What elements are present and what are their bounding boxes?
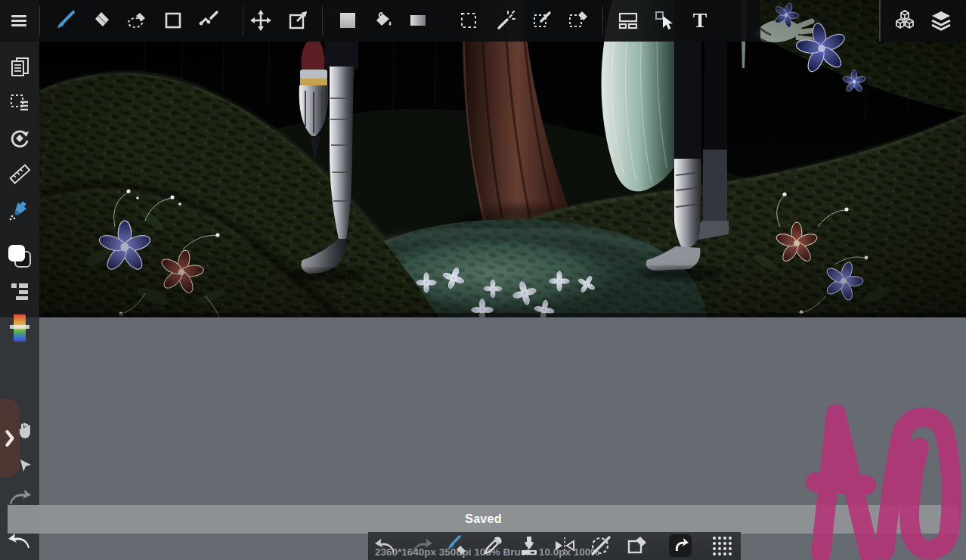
- select-rect-icon: [458, 10, 479, 31]
- text-tool-icon: T: [693, 10, 707, 31]
- selection-menu-button[interactable]: [0, 88, 39, 118]
- pages-icon: [8, 55, 31, 78]
- transform-tool-button[interactable]: [283, 5, 314, 36]
- flip-horizontal-button[interactable]: [550, 533, 580, 558]
- select-pen-icon: [531, 9, 554, 32]
- canvas-artwork[interactable]: [39, 0, 966, 317]
- color-bar-button[interactable]: [0, 311, 39, 345]
- polyline-icon: [198, 9, 221, 32]
- ruler-icon: [8, 162, 31, 185]
- artstreet-watermark-logo: [801, 393, 966, 560]
- text-tool-button[interactable]: T: [685, 5, 715, 36]
- rectangle-tool-button[interactable]: [158, 5, 188, 36]
- drag-dots-icon: [711, 534, 733, 557]
- brush-icon: [54, 9, 76, 32]
- hamburger-icon: [8, 10, 29, 31]
- rotate-reset-icon: [8, 127, 31, 150]
- save-download-icon: [519, 534, 540, 557]
- eyedropper-icon: [482, 535, 503, 556]
- select-rect-tool-button[interactable]: [454, 5, 484, 36]
- brush-list-button[interactable]: [0, 275, 39, 305]
- flip-horizontal-icon: [553, 536, 577, 555]
- rotate-off-icon: [590, 534, 612, 557]
- gradient-tool-button[interactable]: [403, 5, 433, 36]
- brush-list-icon: [8, 279, 31, 302]
- toast-text: Saved: [465, 512, 502, 526]
- clear-button[interactable]: [622, 533, 652, 558]
- redo-button[interactable]: [407, 533, 437, 558]
- lasso-eraser-icon: [125, 9, 148, 32]
- ruler-button[interactable]: [0, 159, 39, 189]
- layers-button[interactable]: [926, 5, 956, 36]
- select-eraser-icon: [567, 9, 590, 32]
- polyline-tool-button[interactable]: [194, 5, 224, 36]
- magic-wand-tool-button[interactable]: [491, 5, 522, 36]
- fg-bg-color-swatch-icon: [6, 243, 33, 270]
- split-view-button[interactable]: [613, 5, 643, 36]
- split-view-icon: [617, 9, 639, 32]
- transform-icon: [287, 9, 310, 32]
- rotate-reset-button[interactable]: [0, 123, 39, 153]
- drawer-handle[interactable]: [0, 399, 20, 478]
- select-pen-tool-button[interactable]: [528, 5, 558, 36]
- airbrush-icon: [8, 197, 32, 221]
- left-sidebar: [0, 42, 39, 560]
- drag-handle[interactable]: [707, 533, 737, 558]
- brush-eraser-toggle-button[interactable]: [442, 533, 472, 558]
- top-toolbar: T: [0, 0, 760, 42]
- color-swatch-button[interactable]: [0, 239, 39, 274]
- undo-button[interactable]: [370, 533, 401, 558]
- select-eraser-tool-button[interactable]: [563, 5, 593, 36]
- transform-mode-icon: [668, 534, 692, 558]
- rotate-off-button[interactable]: [586, 533, 616, 558]
- rectangle-icon: [163, 10, 184, 31]
- magic-wand-icon: [495, 9, 518, 32]
- top-toolbar-right: [879, 0, 966, 42]
- eyedropper-button[interactable]: [478, 533, 508, 558]
- menu-button[interactable]: [4, 5, 34, 36]
- redo-icon: [410, 537, 434, 555]
- color-bar-icon: [7, 313, 33, 343]
- undo-arrow-icon: [7, 531, 33, 551]
- eraser-icon: [90, 10, 111, 31]
- transform-mode-button[interactable]: [665, 533, 695, 558]
- select-move-button[interactable]: [649, 5, 680, 36]
- bottom-toolbar: 2360*1640px 350dpi 103% Brush: 10.0px 10…: [368, 532, 741, 560]
- save-button[interactable]: [514, 533, 544, 558]
- select-move-cursor-icon: [653, 9, 676, 32]
- selection-menu-icon: [8, 91, 31, 114]
- eraser-tool-button[interactable]: [85, 5, 116, 36]
- gradient-icon: [407, 10, 429, 31]
- layers-icon: [929, 8, 953, 32]
- move-tool-button[interactable]: [246, 5, 276, 36]
- brush-eraser-toggle-icon: [446, 534, 469, 557]
- fill-rect-icon: [337, 10, 358, 31]
- drawer-open-chevron-icon: [5, 428, 15, 449]
- snap-cursor-icon: [17, 457, 34, 474]
- brush-tool-button[interactable]: [50, 5, 80, 36]
- undo-icon: [373, 537, 398, 555]
- lasso-eraser-tool-button[interactable]: [122, 5, 152, 36]
- painting: [39, 0, 966, 317]
- paint-bucket-icon: [372, 9, 395, 32]
- airbrush-button[interactable]: [0, 194, 39, 224]
- saved-toast: Saved: [8, 505, 959, 534]
- bucket-tool-button[interactable]: [368, 5, 398, 36]
- material-cubes-icon: [893, 8, 917, 32]
- fill-rect-tool-button[interactable]: [333, 5, 363, 36]
- pages-button[interactable]: [0, 51, 39, 82]
- clear-eraser-icon: [626, 534, 649, 557]
- material-button[interactable]: [890, 5, 920, 36]
- move-icon: [249, 9, 272, 32]
